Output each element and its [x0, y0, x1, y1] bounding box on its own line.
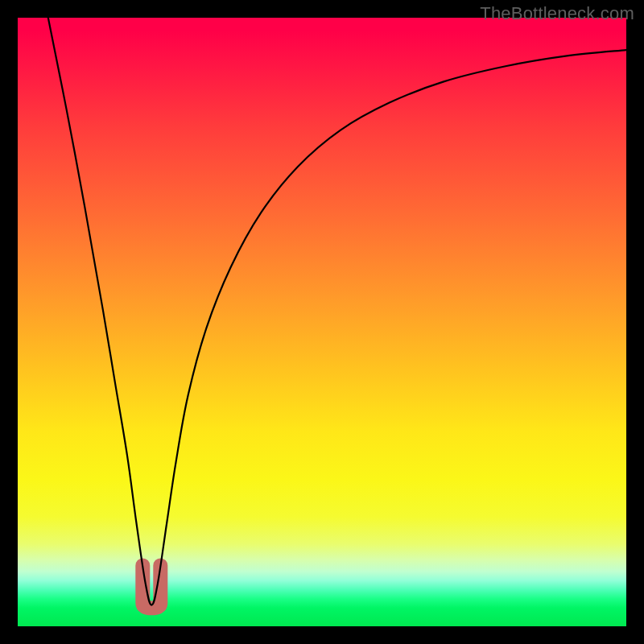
chart-plot-area	[18, 18, 626, 626]
attribution-text: TheBottleneck.com	[480, 3, 634, 24]
chart-svg	[18, 18, 626, 626]
bottleneck-curve	[48, 18, 626, 605]
